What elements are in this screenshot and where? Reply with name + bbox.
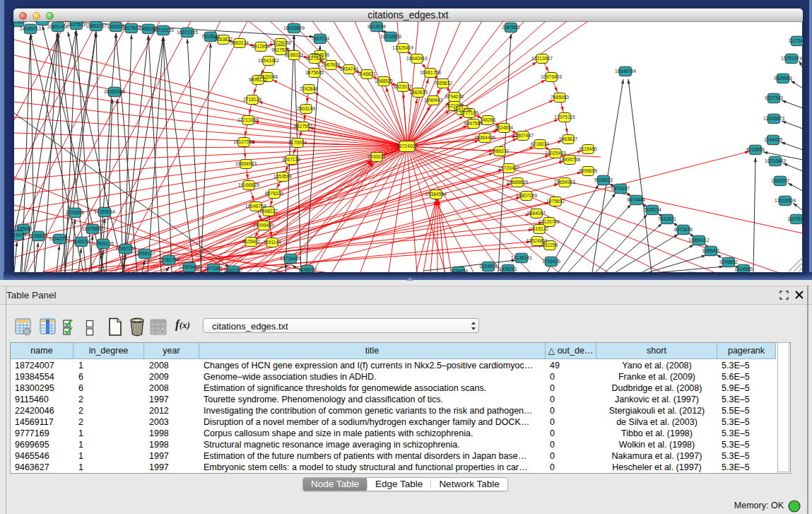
svg-text:9329966: 9329966 [774,76,792,81]
svg-text:16961758: 16961758 [420,70,441,75]
svg-text:9327506: 9327506 [305,56,324,61]
svg-text:1847756: 1847756 [33,18,52,23]
svg-text:1145194: 1145194 [72,239,90,244]
svg-text:19218506: 19218506 [380,34,401,39]
svg-text:16640910: 16640910 [406,56,428,61]
svg-text:1824506: 1824506 [479,264,498,269]
svg-text:3915479: 3915479 [8,233,26,238]
svg-text:1569297: 1569297 [771,178,789,183]
svg-text:6497568: 6497568 [464,121,483,126]
svg-text:20691406: 20691406 [47,24,69,29]
svg-text:3875685: 3875685 [305,70,324,75]
svg-text:1156829: 1156829 [29,233,47,238]
svg-text:1353594: 1353594 [273,174,292,179]
svg-text:2935114: 2935114 [643,207,661,212]
svg-text:12505135: 12505135 [93,241,114,246]
svg-text:1244415: 1244415 [764,137,782,142]
svg-text:16782759: 16782759 [158,257,180,262]
svg-text:10688609: 10688609 [507,180,528,185]
svg-text:20364436: 20364436 [474,135,495,140]
svg-text:9777169: 9777169 [460,110,478,115]
svg-text:1435261: 1435261 [499,267,517,271]
svg-text:10120746: 10120746 [539,219,560,224]
svg-text:17957255: 17957255 [115,246,136,251]
svg-text:1873345: 1873345 [204,266,223,271]
svg-text:12213967: 12213967 [531,56,553,61]
svg-text:19654983: 19654983 [235,161,257,166]
svg-text:10719155: 10719155 [153,28,174,33]
svg-text:1691144: 1691144 [263,240,281,245]
svg-text:1065411: 1065411 [702,248,720,253]
svg-text:8454749: 8454749 [340,66,358,71]
svg-text:8471676: 8471676 [674,227,693,232]
svg-text:10973493: 10973493 [541,74,562,79]
svg-text:8427552: 8427552 [294,124,312,129]
svg-text:9245652: 9245652 [719,259,738,264]
svg-text:6216034: 6216034 [531,141,549,146]
svg-text:1117345: 1117345 [788,38,806,43]
svg-text:1924565: 1924565 [734,267,753,271]
svg-text:8322037: 8322037 [394,84,412,89]
svg-text:5938923: 5938923 [594,177,613,182]
svg-text:18495758: 18495758 [559,157,580,162]
svg-text:10975887: 10975887 [82,226,103,231]
svg-text:2242848: 2242848 [300,86,318,91]
svg-text:14136141: 14136141 [511,255,532,260]
svg-text:9227343: 9227343 [765,95,783,100]
svg-text:2967608: 2967608 [322,62,340,67]
svg-text:1498222: 1498222 [259,209,278,214]
svg-text:2803144: 2803144 [297,106,315,111]
svg-text:16671355: 16671355 [177,30,198,35]
svg-text:252254: 252254 [542,243,558,247]
svg-text:1435061: 1435061 [14,226,33,231]
svg-text:1733426: 1733426 [542,259,560,264]
svg-text:12213369: 12213369 [237,117,259,122]
svg-text:3860124: 3860124 [230,40,249,45]
svg-text:3267130: 3267130 [282,157,300,162]
svg-text:14055713: 14055713 [20,26,41,31]
svg-text:6879197: 6879197 [611,186,630,191]
svg-text:8215956: 8215956 [746,147,765,152]
svg-text:9684067: 9684067 [527,211,546,216]
svg-text:26053346: 26053346 [104,89,125,94]
svg-text:7625402: 7625402 [242,239,260,244]
svg-text:19654923: 19654923 [554,180,575,185]
svg-text:9463627: 9463627 [559,136,577,141]
svg-text:12975115: 12975115 [554,115,575,119]
svg-text:7485063: 7485063 [551,95,569,100]
svg-text:8813054: 8813054 [367,24,386,29]
svg-text:1990443: 1990443 [424,98,442,103]
svg-text:10025433: 10025433 [545,151,566,156]
svg-text:10807487: 10807487 [512,133,534,138]
svg-text:18807249: 18807249 [516,193,537,198]
svg-text:8578334: 8578334 [265,191,283,196]
svg-text:1927503: 1927503 [67,22,86,27]
svg-text:13226058: 13226058 [270,40,291,45]
svg-text:15720407: 15720407 [498,165,519,170]
svg-text:16107553: 16107553 [233,139,254,144]
svg-text:19384554: 19384554 [425,192,447,197]
svg-text:19166825: 19166825 [238,182,259,187]
svg-text:1975692: 1975692 [546,199,565,204]
svg-text:9115460: 9115460 [579,146,597,151]
svg-text:9794078: 9794078 [445,94,464,99]
svg-text:3170064: 3170064 [288,140,307,145]
svg-text:1245052: 1245052 [298,267,317,272]
svg-text:1938454: 1938454 [449,269,468,274]
svg-text:7986372: 7986372 [490,148,509,153]
svg-text:2718126: 2718126 [243,97,261,102]
svg-text:16033809: 16033809 [283,25,305,30]
svg-text:9474444: 9474444 [627,197,645,202]
svg-text:2330021: 2330021 [367,154,386,159]
svg-text:9699695: 9699695 [579,168,597,173]
svg-text:1167534: 1167534 [787,216,806,221]
svg-text:3824554: 3824554 [495,125,513,130]
svg-text:10958107: 10958107 [134,251,155,256]
svg-text:7955812: 7955812 [434,81,452,86]
svg-text:16046766: 16046766 [245,204,266,209]
svg-text:7632621: 7632621 [658,216,676,221]
svg-text:2262287: 2262287 [224,268,242,273]
svg-text:1588520: 1588520 [375,78,393,83]
svg-text:9827506: 9827506 [271,47,290,52]
svg-text:1615132: 1615132 [530,226,548,231]
